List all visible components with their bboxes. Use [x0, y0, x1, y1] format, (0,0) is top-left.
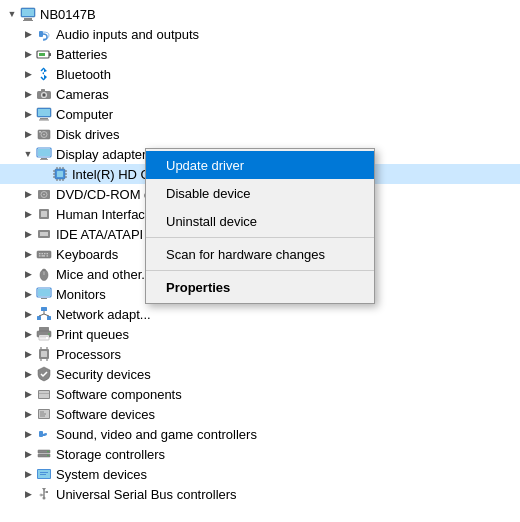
monitors-icon: [36, 286, 52, 302]
softwarecomponents-expand-icon[interactable]: [20, 386, 36, 402]
svg-rect-11: [41, 89, 45, 92]
svg-rect-3: [22, 9, 34, 16]
tree-item-processors[interactable]: Processors: [0, 344, 520, 364]
system-label: System devices: [56, 467, 520, 482]
battery-icon: [36, 46, 52, 62]
printqueues-expand-icon[interactable]: [20, 326, 36, 342]
tree-item-cameras[interactable]: Cameras: [0, 84, 520, 104]
tree-item-diskdrives[interactable]: Disk drives: [0, 124, 520, 144]
softwarecomponents-label: Software components: [56, 387, 520, 402]
audio-expand-icon[interactable]: [20, 26, 36, 42]
diskdrives-label: Disk drives: [56, 127, 520, 142]
audio-icon: [36, 26, 52, 42]
processors-expand-icon[interactable]: [20, 346, 36, 362]
tree-item-network[interactable]: Network adapt...: [0, 304, 520, 324]
svg-rect-84: [40, 416, 45, 417]
softwaredevices-expand-icon[interactable]: [20, 406, 36, 422]
svg-rect-52: [47, 255, 49, 256]
svg-rect-92: [40, 472, 48, 473]
monitors-expand-icon[interactable]: [20, 286, 36, 302]
network-expand-icon[interactable]: [20, 306, 36, 322]
security-icon: [36, 366, 52, 382]
tree-item-system[interactable]: System devices: [0, 464, 520, 484]
context-menu-properties[interactable]: Properties: [146, 273, 374, 301]
svg-rect-59: [41, 307, 47, 311]
bluetooth-expand-icon[interactable]: [20, 66, 36, 82]
ideata-expand-icon[interactable]: [20, 226, 36, 242]
svg-point-89: [47, 455, 49, 457]
tree-item-printqueues[interactable]: Print queues: [0, 324, 520, 344]
bluetooth-label: Bluetooth: [56, 67, 520, 82]
network-icon: [36, 306, 52, 322]
system-expand-icon[interactable]: [20, 466, 36, 482]
tree-item-usb[interactable]: Universal Serial Bus controllers: [0, 484, 520, 504]
context-menu-update-label: Update driver: [166, 158, 244, 173]
security-label: Security devices: [56, 367, 520, 382]
tree-item-audio[interactable]: Audio inputs and outputs: [0, 24, 520, 44]
computer-expand-icon[interactable]: [20, 106, 36, 122]
computer-icon: [20, 6, 36, 22]
keyboards-expand-icon[interactable]: [20, 246, 36, 262]
svg-rect-14: [40, 118, 48, 120]
batteries-expand-icon[interactable]: [20, 46, 36, 62]
context-menu-update[interactable]: Update driver: [146, 151, 374, 179]
tree-item-bluetooth[interactable]: Bluetooth: [0, 64, 520, 84]
context-menu-uninstall[interactable]: Uninstall device: [146, 207, 374, 235]
svg-rect-42: [41, 211, 47, 217]
svg-rect-97: [46, 491, 48, 493]
context-menu-separator: [146, 237, 374, 238]
root-expand-icon[interactable]: [4, 6, 20, 22]
security-expand-icon[interactable]: [20, 366, 36, 382]
sound-label: Sound, video and game controllers: [56, 427, 520, 442]
bluetooth-icon: [36, 66, 52, 82]
svg-rect-4: [39, 31, 43, 37]
disk-icon: [36, 126, 52, 142]
usb-expand-icon[interactable]: [20, 486, 36, 502]
tree-item-computer[interactable]: Computer: [0, 104, 520, 124]
svg-rect-2: [23, 20, 33, 21]
tree-item-softwaredevices[interactable]: Software devices: [0, 404, 520, 424]
svg-point-100: [43, 497, 46, 500]
cameras-label: Cameras: [56, 87, 520, 102]
svg-rect-78: [39, 391, 49, 398]
mouse-icon: [36, 266, 52, 282]
diskdrives-expand-icon[interactable]: [20, 126, 36, 142]
camera-icon: [36, 86, 52, 102]
tree-root[interactable]: NB0147B: [0, 4, 520, 24]
ideata-icon: [36, 226, 52, 242]
computer-small-icon: [36, 106, 52, 122]
context-menu-disable-label: Disable device: [166, 186, 251, 201]
tree-item-storage[interactable]: Storage controllers: [0, 444, 520, 464]
svg-point-40: [43, 194, 45, 196]
svg-rect-21: [38, 149, 50, 156]
mice-expand-icon[interactable]: [20, 266, 36, 282]
svg-rect-7: [39, 53, 45, 56]
humaninterface-expand-icon[interactable]: [20, 206, 36, 222]
storage-expand-icon[interactable]: [20, 446, 36, 462]
sound-expand-icon[interactable]: [20, 426, 36, 442]
tree-item-batteries[interactable]: Batteries: [0, 44, 520, 64]
audio-label: Audio inputs and outputs: [56, 27, 520, 42]
context-menu-disable[interactable]: Disable device: [146, 179, 374, 207]
tree-item-softwarecomponents[interactable]: Software components: [0, 384, 520, 404]
dvd-expand-icon[interactable]: [20, 186, 36, 202]
displayadapters-expand-icon[interactable]: [20, 146, 36, 162]
tree-item-security[interactable]: Security devices: [0, 364, 520, 384]
tree-item-sound[interactable]: Sound, video and game controllers: [0, 424, 520, 444]
svg-rect-19: [39, 131, 41, 133]
svg-rect-50: [39, 255, 41, 256]
svg-point-88: [47, 451, 49, 453]
intel-expand-icon: [36, 166, 52, 182]
context-menu-scan[interactable]: Scan for hardware changes: [146, 240, 374, 268]
chip-icon: [52, 166, 68, 182]
system-icon: [36, 466, 52, 482]
svg-rect-83: [40, 414, 46, 415]
svg-rect-51: [42, 255, 46, 256]
svg-rect-85: [39, 431, 43, 437]
computer-label: Computer: [56, 107, 520, 122]
svg-rect-46: [39, 253, 41, 254]
svg-rect-68: [40, 336, 48, 337]
svg-point-55: [43, 269, 46, 271]
cameras-expand-icon[interactable]: [20, 86, 36, 102]
svg-rect-25: [57, 171, 63, 177]
